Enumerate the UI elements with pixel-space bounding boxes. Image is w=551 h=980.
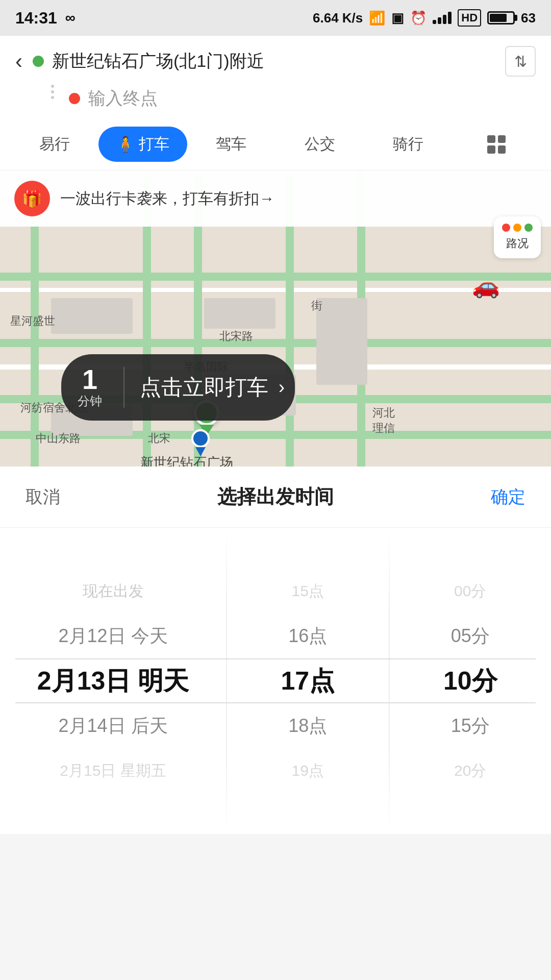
picker-minute-item[interactable]: 05分 [390,614,551,658]
back-button[interactable]: ‹ [15,51,22,72]
map-label-zhongshan: 中山东路 [36,431,81,446]
taxi-arrival-time: 1 分钟 [61,354,118,421]
clock-icon: ⏰ [410,10,427,26]
picker-hour-item[interactable]: 16点 [227,614,388,658]
map-area: 星河盛世 北宋路 半岛国际 河纺宿舍北院 中山东路 北宋 新世纪钻石广场 河北 … [0,170,551,467]
tab-yixing[interactable]: 易行 [10,127,98,162]
destination-dot [69,93,80,104]
map-label-jie: 街 [311,298,322,313]
picker-date-item[interactable]: 2月14日 后天 [0,703,226,748]
picker-date-item[interactable]: 现在出发 [0,569,226,614]
origin-input-row: 新世纪钻石广场(北1门)附近 [33,50,495,73]
map-label-lixin: 理信 [372,421,395,436]
cancel-button[interactable]: 取消 [26,485,60,509]
picker-date-item[interactable]: 2月12日 今天 [0,614,226,658]
picker-date-selected[interactable]: 2月13日 明天 [0,658,226,703]
tab-qixing[interactable]: 骑行 [364,127,452,162]
traffic-label: 路况 [506,236,529,251]
picker-minute-item[interactable]: 20分 [390,748,551,793]
taxi-arrow-icon: › [279,377,285,398]
picker-columns-wrapper: 现在出发 2月12日 今天 2月13日 明天 2月14日 后天 2月15日 星期… [0,528,551,834]
hd-badge: HD [458,9,481,27]
promo-banner[interactable]: 🎁 一波出行卡袭来，打车有折扣→ [0,170,551,227]
battery-percent: 63 [521,10,536,26]
infinity-icon: ∞ [65,10,76,26]
map-label-beisong: 北宋 [148,431,170,446]
map-label-beisonglu: 北宋路 [219,329,253,344]
origin-text[interactable]: 新世纪钻石广场(北1门)附近 [52,50,264,73]
taxi-cta-text[interactable]: 点击立即打车 [130,373,279,402]
tab-gongjiao[interactable]: 公交 [276,127,364,162]
status-bar: 14:31 ∞ 6.64 K/s 📶 ▣ ⏰ HD 63 [0,0,551,36]
nav-header: ‹ 新世纪钻石广场(北1门)附近 ⇅ 输入终点 [0,36,551,118]
tab-more[interactable] [453,128,541,161]
traffic-button[interactable]: 路况 [494,216,541,258]
traffic-lights-icon [502,224,533,232]
picker-hour-selected[interactable]: 17点 [227,658,388,703]
sim-icon: ▣ [391,10,404,26]
swap-button[interactable]: ⇅ [505,46,536,77]
network-speed: 6.64 K/s [313,10,363,26]
swap-icon: ⇅ [514,53,527,70]
picker-minute-item[interactable]: 15分 [390,703,551,748]
destination-row: 输入终点 [69,87,536,110]
picker-title: 选择出发时间 [217,484,334,510]
map-label-xinghe: 星河盛世 [10,313,55,329]
destination-input[interactable]: 输入终点 [88,87,158,110]
car-icon: 🚗 [472,273,500,299]
picker-date-item[interactable]: 2月15日 星期五 [0,748,226,793]
location-pin-blue [191,429,210,456]
bubble-divider [123,367,124,408]
confirm-button[interactable]: 确定 [491,485,525,509]
picker-hour-column[interactable]: 15点 16点 17点 18点 19点 [227,528,388,834]
battery-indicator [487,11,515,24]
picker-hour-item[interactable]: 15点 [227,569,388,614]
map-label-xinshiji: 新世纪钻石广场 [140,454,233,467]
map-label-hebei: 河北 [372,405,395,421]
picker-minute-column[interactable]: 00分 05分 10分 15分 20分 [390,528,551,834]
wifi-icon: 📶 [369,10,385,26]
picker-hour-item[interactable]: 18点 [227,703,388,748]
promo-text: 一波出行卡袭来，打车有折扣→ [60,188,274,209]
person-icon: 🧍 [116,135,135,153]
promo-gift-icon: 🎁 [14,181,50,216]
picker-minute-selected[interactable]: 10分 [390,658,551,703]
origin-dot [33,56,44,67]
transport-tabs: 易行 🧍 打车 驾车 公交 骑行 [0,118,551,170]
grid-icon [487,135,506,154]
picker-date-column[interactable]: 现在出发 2月12日 今天 2月13日 明天 2月14日 后天 2月15日 星期… [0,528,226,834]
signal-icon [433,12,452,24]
status-time: 14:31 [15,9,57,28]
route-connector [52,85,54,99]
picker-minute-item[interactable]: 00分 [390,569,551,614]
tab-jiache[interactable]: 驾车 [187,127,276,162]
time-picker-section: 取消 选择出发时间 确定 现在出发 2月12日 今天 2月13日 明天 2月14… [0,467,551,834]
tab-dache[interactable]: 🧍 打车 [98,127,187,162]
picker-hour-item[interactable]: 19点 [227,748,388,793]
taxi-call-bubble[interactable]: 1 分钟 点击立即打车 › [61,354,295,421]
time-picker-header: 取消 选择出发时间 确定 [0,467,551,528]
